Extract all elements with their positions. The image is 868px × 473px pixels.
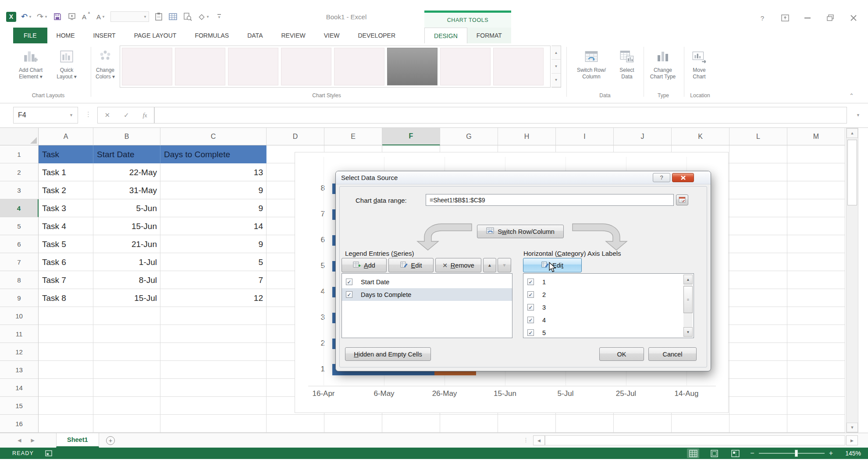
cell-A3[interactable]: Task 2: [39, 181, 93, 199]
row-header-3[interactable]: 3: [0, 181, 39, 199]
format-table-icon[interactable]: [168, 11, 178, 23]
insert-function-icon[interactable]: fx: [142, 111, 147, 119]
cell-A4[interactable]: Task 3: [39, 199, 93, 217]
cell-B3[interactable]: 31-May: [93, 181, 160, 199]
cell-A7[interactable]: Task 6: [39, 253, 93, 271]
cell-B5[interactable]: 15-Jun: [93, 217, 160, 235]
chart-style-thumbnail[interactable]: [281, 48, 331, 85]
help-icon[interactable]: ?: [758, 13, 767, 23]
row-header-14[interactable]: 14: [0, 379, 39, 397]
cell-C2[interactable]: 13: [160, 163, 267, 181]
cell-C8[interactable]: 7: [160, 271, 267, 289]
category-item-3[interactable]: ✓3: [523, 301, 681, 314]
scroll-up-icon[interactable]: ▲: [683, 275, 693, 284]
row-header-6[interactable]: 6: [0, 235, 39, 253]
checkbox-checked-icon[interactable]: ✓: [527, 279, 534, 285]
cell-B7[interactable]: 1-Jul: [93, 253, 160, 271]
row-header-4[interactable]: 4: [0, 199, 39, 217]
row-header-5[interactable]: 5: [0, 217, 39, 235]
new-sheet-button[interactable]: +: [106, 436, 115, 445]
gallery-scroll-up-icon[interactable]: ▲: [551, 46, 561, 60]
restore-icon[interactable]: [826, 13, 836, 23]
checkbox-checked-icon[interactable]: ✓: [527, 329, 534, 336]
zoom-slider[interactable]: [759, 453, 825, 454]
cell-B6[interactable]: 21-Jun: [93, 235, 160, 253]
tab-file[interactable]: FILE: [13, 28, 47, 43]
row-header-12[interactable]: 12: [0, 343, 39, 361]
row-header-2[interactable]: 2: [0, 163, 39, 181]
undo-icon[interactable]: ↶▼: [21, 11, 32, 23]
cell-B4[interactable]: 5-Jun: [93, 199, 160, 217]
hscroll-left-icon[interactable]: ◀: [533, 435, 545, 445]
formula-input[interactable]: [154, 107, 847, 124]
cell-A6[interactable]: Task 5: [39, 235, 93, 253]
chart-style-thumbnail[interactable]: [122, 48, 172, 85]
category-item-4[interactable]: ✓4: [523, 314, 681, 326]
change-colors-button[interactable]: ChangeColors ▾: [93, 46, 117, 80]
row-header-7[interactable]: 7: [0, 253, 39, 271]
column-header-H[interactable]: H: [498, 128, 556, 145]
select-all-corner[interactable]: [0, 128, 39, 145]
scrollbar-thumb[interactable]: [847, 140, 857, 205]
series-item-1[interactable]: ✓Start Date: [342, 275, 512, 288]
zoom-slider-thumb[interactable]: [795, 450, 798, 457]
checkbox-checked-icon[interactable]: ✓: [346, 279, 352, 285]
cell-B2[interactable]: 22-May: [93, 163, 160, 181]
column-header-J[interactable]: J: [614, 128, 672, 145]
scroll-down-icon[interactable]: ▼: [847, 423, 858, 432]
style-combobox[interactable]: ▼: [110, 11, 149, 23]
name-box-dropdown-icon[interactable]: ▼: [69, 113, 73, 117]
cell-C9[interactable]: 12: [160, 289, 267, 307]
column-header-I[interactable]: I: [556, 128, 614, 145]
font-increase-icon[interactable]: A▲: [82, 11, 91, 23]
hscroll-right-icon[interactable]: ▶: [846, 435, 858, 445]
tab-view[interactable]: VIEW: [315, 28, 349, 43]
column-header-M[interactable]: M: [787, 128, 845, 145]
close-icon[interactable]: [849, 13, 858, 23]
row-header-16[interactable]: 16: [0, 415, 39, 433]
switch-row-column-button[interactable]: Switch Row/Column: [571, 46, 612, 80]
checkbox-checked-icon[interactable]: ✓: [527, 317, 534, 323]
column-header-L[interactable]: L: [729, 128, 787, 145]
excel-logo[interactable]: X: [6, 11, 16, 23]
paste-icon[interactable]: [154, 11, 164, 23]
minimize-icon[interactable]: [803, 13, 813, 23]
column-header-A[interactable]: A: [39, 128, 93, 145]
hidden-empty-cells-button[interactable]: Hidden and Empty Cells: [345, 347, 431, 361]
page-layout-view-icon[interactable]: [708, 448, 720, 458]
legend-entries-list[interactable]: ✓Start Date✓Days to Complete: [342, 273, 512, 338]
checkbox-checked-icon[interactable]: ✓: [527, 304, 534, 311]
cell-A5[interactable]: Task 4: [39, 217, 93, 235]
gallery-scroll-down-icon[interactable]: ▼: [551, 60, 561, 73]
cell-A1[interactable]: Task: [39, 145, 93, 163]
cell-A8[interactable]: Task 7: [39, 271, 93, 289]
chart-style-thumbnail[interactable]: [387, 48, 438, 85]
add-chart-element-button[interactable]: Add ChartElement ▾: [13, 46, 48, 80]
prev-sheet-icon[interactable]: ◀: [18, 438, 21, 443]
tab-data[interactable]: DATA: [238, 28, 272, 43]
macro-record-icon[interactable]: [45, 450, 52, 456]
tab-formulas[interactable]: FORMULAS: [185, 28, 238, 43]
change-chart-type-button[interactable]: ChangeChart Type: [645, 46, 680, 80]
row-header-13[interactable]: 13: [0, 361, 39, 379]
tab-insert[interactable]: INSERT: [84, 28, 125, 43]
scroll-down-icon[interactable]: ▼: [683, 327, 693, 337]
print-preview-icon[interactable]: [183, 11, 192, 23]
dialog-close-button[interactable]: [672, 173, 694, 182]
redo-icon[interactable]: ↷▼: [37, 11, 48, 23]
chart-style-thumbnail[interactable]: [493, 48, 544, 85]
row-header-15[interactable]: 15: [0, 397, 39, 415]
cell-C5[interactable]: 14: [160, 217, 267, 235]
sheet-tab-sheet1[interactable]: Sheet1: [56, 433, 99, 448]
ribbon-display-options-icon[interactable]: [780, 13, 790, 23]
cell-B9[interactable]: 15-Jul: [93, 289, 160, 307]
tab-page-layout[interactable]: PAGE LAYOUT: [125, 28, 186, 43]
column-header-E[interactable]: E: [324, 128, 382, 145]
cancel-entry-icon[interactable]: ✕: [104, 111, 110, 119]
chart-style-thumbnail[interactable]: [175, 48, 225, 85]
remove-series-button[interactable]: ✕ Remove: [435, 258, 481, 272]
scrollbar-thumb[interactable]: ≡: [683, 286, 693, 313]
tab-format[interactable]: FORMAT: [467, 28, 511, 43]
cell-B8[interactable]: 8-Jul: [93, 271, 160, 289]
tab-bar-resize-handle[interactable]: ⋮: [523, 437, 529, 443]
